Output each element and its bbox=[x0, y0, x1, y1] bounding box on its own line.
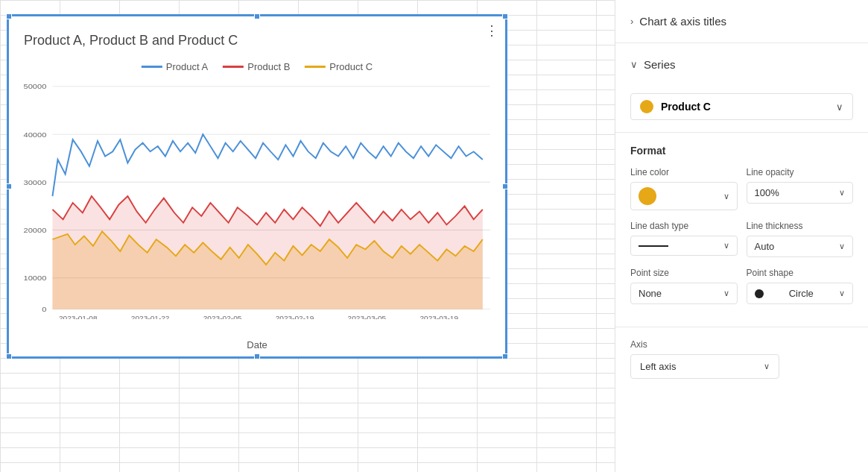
legend-item-product-b: Product B bbox=[223, 61, 290, 72]
line-dash-label: Line dash type bbox=[630, 221, 738, 231]
resize-handle-bottom-left[interactable] bbox=[6, 353, 12, 359]
axis-control[interactable]: Left axis ∨ bbox=[630, 354, 779, 379]
legend-line-c bbox=[305, 66, 326, 68]
svg-text:10000: 10000 bbox=[24, 274, 47, 282]
svg-text:0: 0 bbox=[42, 306, 46, 313]
line-opacity-label: Line opacity bbox=[747, 167, 854, 177]
point-size-group: Point size None ∨ bbox=[630, 268, 738, 304]
resize-handle-top-right[interactable] bbox=[502, 13, 508, 19]
right-panel: › Chart & axis titles ∨ Series Product C… bbox=[615, 0, 868, 472]
svg-text:2023-03-05: 2023-03-05 bbox=[348, 314, 387, 319]
point-shape-value: Circle bbox=[789, 288, 814, 299]
series-dropdown-chevron-icon: ∨ bbox=[836, 101, 843, 113]
legend-label-a: Product A bbox=[166, 61, 208, 72]
series-content: Product C ∨ bbox=[615, 86, 868, 132]
chevron-down-icon: ∨ bbox=[630, 59, 638, 70]
point-shape-dot-icon bbox=[755, 289, 764, 298]
svg-text:2023-01-08: 2023-01-08 bbox=[59, 314, 98, 319]
line-dash-control[interactable]: ∨ bbox=[630, 236, 738, 256]
chart-legend: Product A Product B Product C bbox=[142, 61, 373, 72]
resize-handle-top-left[interactable] bbox=[6, 13, 12, 19]
chart-container[interactable]: ⋮ Product A, Product B and Product C Pro… bbox=[7, 15, 507, 358]
point-size-label: Point size bbox=[630, 268, 738, 278]
line-opacity-value: 100% bbox=[755, 187, 779, 198]
line-dash-thickness-row: Line dash type ∨ Line thickness Auto ∨ bbox=[630, 221, 853, 257]
dash-line-preview bbox=[639, 245, 668, 247]
chart-area: ⋮ Product A, Product B and Product C Pro… bbox=[0, 0, 615, 472]
line-thickness-group: Line thickness Auto ∨ bbox=[747, 221, 854, 257]
axis-label: Axis bbox=[630, 339, 853, 350]
chart-axis-titles-header[interactable]: › Chart & axis titles bbox=[615, 0, 868, 43]
resize-handle-middle-left[interactable] bbox=[6, 183, 12, 189]
line-color-group: Line color ∨ bbox=[630, 167, 738, 210]
series-selected-label: Product C bbox=[661, 101, 829, 113]
axis-chevron-icon: ∨ bbox=[764, 362, 770, 371]
legend-label-b: Product B bbox=[247, 61, 290, 72]
chevron-right-icon: › bbox=[630, 16, 633, 27]
format-title: Format bbox=[630, 145, 853, 157]
resize-handle-bottom-right[interactable] bbox=[502, 353, 508, 359]
resize-handle-top-middle[interactable] bbox=[254, 13, 260, 19]
chart-axis-titles-label: Chart & axis titles bbox=[639, 15, 726, 28]
line-opacity-chevron-icon: ∨ bbox=[839, 188, 845, 198]
line-color-control[interactable]: ∨ bbox=[630, 182, 738, 210]
chart-svg: 50000 40000 30000 20000 10000 0 2023-01-… bbox=[16, 80, 498, 319]
x-axis-label: Date bbox=[247, 339, 267, 350]
point-size-shape-row: Point size None ∨ Point shape Circle ∨ bbox=[630, 268, 853, 304]
series-section: ∨ Series Product C ∨ bbox=[615, 43, 868, 133]
line-opacity-control[interactable]: 100% ∨ bbox=[747, 182, 854, 204]
resize-handle-middle-right[interactable] bbox=[502, 183, 508, 189]
svg-text:2023-03-19: 2023-03-19 bbox=[419, 314, 458, 319]
series-dropdown[interactable]: Product C ∨ bbox=[630, 93, 853, 120]
line-color-opacity-row: Line color ∨ Line opacity 100% ∨ bbox=[630, 167, 853, 210]
line-dash-group: Line dash type ∨ bbox=[630, 221, 738, 257]
svg-text:2023-02-05: 2023-02-05 bbox=[203, 314, 242, 319]
legend-item-product-a: Product A bbox=[142, 61, 208, 72]
legend-item-product-c: Product C bbox=[305, 61, 373, 72]
chart-svg-area: 50000 40000 30000 20000 10000 0 2023-01-… bbox=[16, 80, 498, 319]
svg-text:50000: 50000 bbox=[24, 83, 47, 90]
line-thickness-label: Line thickness bbox=[747, 221, 854, 231]
svg-text:2023-01-22: 2023-01-22 bbox=[131, 314, 170, 319]
svg-text:2023-02-19: 2023-02-19 bbox=[276, 314, 314, 319]
chart-title: Product A, Product B and Product C bbox=[24, 33, 238, 48]
point-size-chevron-icon: ∨ bbox=[723, 289, 729, 298]
series-color-dot bbox=[640, 100, 653, 113]
axis-value: Left axis bbox=[640, 361, 676, 372]
series-label: Series bbox=[644, 58, 676, 71]
resize-handle-bottom-middle[interactable] bbox=[254, 353, 260, 359]
chart-axis-titles-section: › Chart & axis titles bbox=[615, 0, 868, 43]
line-thickness-control[interactable]: Auto ∨ bbox=[747, 236, 854, 257]
point-size-value: None bbox=[639, 288, 662, 299]
format-section: Format Line color ∨ Line opacity 100% ∨ bbox=[615, 133, 868, 327]
svg-text:30000: 30000 bbox=[24, 178, 47, 186]
svg-text:40000: 40000 bbox=[24, 130, 47, 138]
point-shape-group: Point shape Circle ∨ bbox=[747, 268, 854, 304]
svg-text:20000: 20000 bbox=[24, 227, 47, 234]
legend-label-c: Product C bbox=[329, 61, 373, 72]
line-color-swatch bbox=[639, 187, 656, 205]
legend-line-b bbox=[223, 66, 244, 68]
line-thickness-chevron-icon: ∨ bbox=[839, 242, 845, 251]
line-opacity-group: Line opacity 100% ∨ bbox=[747, 167, 854, 210]
point-shape-label: Point shape bbox=[747, 268, 854, 278]
point-shape-control[interactable]: Circle ∨ bbox=[747, 283, 854, 304]
series-header[interactable]: ∨ Series bbox=[615, 43, 868, 86]
chart-menu-button[interactable]: ⋮ bbox=[485, 22, 499, 39]
point-size-control[interactable]: None ∨ bbox=[630, 283, 738, 304]
line-color-label: Line color bbox=[630, 167, 738, 177]
line-thickness-value: Auto bbox=[755, 241, 775, 252]
legend-line-a bbox=[142, 66, 162, 68]
axis-section: Axis Left axis ∨ bbox=[615, 327, 868, 391]
line-color-chevron-icon: ∨ bbox=[723, 192, 729, 201]
line-dash-chevron-icon: ∨ bbox=[723, 241, 729, 251]
point-shape-chevron-icon: ∨ bbox=[839, 289, 845, 298]
